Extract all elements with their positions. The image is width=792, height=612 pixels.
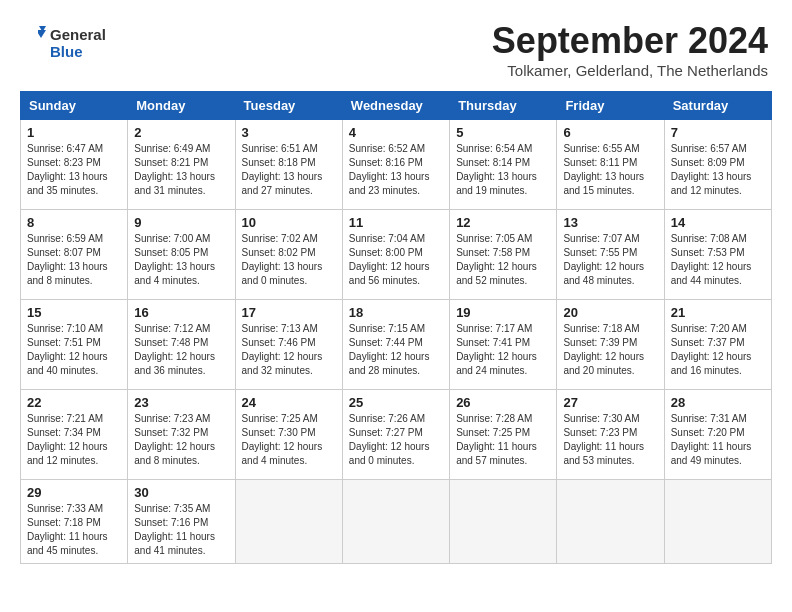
day-number: 7 [671,125,765,140]
table-row: 23Sunrise: 7:23 AMSunset: 7:32 PMDayligh… [128,390,235,480]
day-info: Sunrise: 7:35 AMSunset: 7:16 PMDaylight:… [134,502,228,558]
table-row: 22Sunrise: 7:21 AMSunset: 7:34 PMDayligh… [21,390,128,480]
day-info: Sunrise: 7:12 AMSunset: 7:48 PMDaylight:… [134,322,228,378]
day-info: Sunrise: 7:18 AMSunset: 7:39 PMDaylight:… [563,322,657,378]
day-number: 30 [134,485,228,500]
day-info: Sunrise: 7:31 AMSunset: 7:20 PMDaylight:… [671,412,765,468]
day-number: 9 [134,215,228,230]
day-info: Sunrise: 7:07 AMSunset: 7:55 PMDaylight:… [563,232,657,288]
day-number: 8 [27,215,121,230]
calendar-week-row: 1Sunrise: 6:47 AMSunset: 8:23 PMDaylight… [21,120,772,210]
day-number: 21 [671,305,765,320]
day-info: Sunrise: 6:49 AMSunset: 8:21 PMDaylight:… [134,142,228,198]
day-number: 2 [134,125,228,140]
table-row: 14Sunrise: 7:08 AMSunset: 7:53 PMDayligh… [664,210,771,300]
day-number: 22 [27,395,121,410]
calendar-week-row: 22Sunrise: 7:21 AMSunset: 7:34 PMDayligh… [21,390,772,480]
day-info: Sunrise: 7:02 AMSunset: 8:02 PMDaylight:… [242,232,336,288]
day-info: Sunrise: 6:55 AMSunset: 8:11 PMDaylight:… [563,142,657,198]
table-row: 5Sunrise: 6:54 AMSunset: 8:14 PMDaylight… [450,120,557,210]
table-row: 16Sunrise: 7:12 AMSunset: 7:48 PMDayligh… [128,300,235,390]
day-number: 16 [134,305,228,320]
table-row: 8Sunrise: 6:59 AMSunset: 8:07 PMDaylight… [21,210,128,300]
day-info: Sunrise: 7:13 AMSunset: 7:46 PMDaylight:… [242,322,336,378]
day-info: Sunrise: 7:08 AMSunset: 7:53 PMDaylight:… [671,232,765,288]
day-number: 20 [563,305,657,320]
day-info: Sunrise: 7:25 AMSunset: 7:30 PMDaylight:… [242,412,336,468]
table-row: 24Sunrise: 7:25 AMSunset: 7:30 PMDayligh… [235,390,342,480]
day-number: 18 [349,305,443,320]
day-number: 25 [349,395,443,410]
day-number: 27 [563,395,657,410]
table-row: 6Sunrise: 6:55 AMSunset: 8:11 PMDaylight… [557,120,664,210]
table-row: 27Sunrise: 7:30 AMSunset: 7:23 PMDayligh… [557,390,664,480]
table-row: 11Sunrise: 7:04 AMSunset: 8:00 PMDayligh… [342,210,449,300]
header-sunday: Sunday [21,92,128,120]
table-row: 25Sunrise: 7:26 AMSunset: 7:27 PMDayligh… [342,390,449,480]
logo: General Blue [24,20,106,62]
table-row: 21Sunrise: 7:20 AMSunset: 7:37 PMDayligh… [664,300,771,390]
day-number: 6 [563,125,657,140]
logo-bird-svg [24,24,46,62]
day-number: 14 [671,215,765,230]
day-info: Sunrise: 7:05 AMSunset: 7:58 PMDaylight:… [456,232,550,288]
day-number: 15 [27,305,121,320]
calendar-week-row: 15Sunrise: 7:10 AMSunset: 7:51 PMDayligh… [21,300,772,390]
day-info: Sunrise: 7:30 AMSunset: 7:23 PMDaylight:… [563,412,657,468]
table-row: 17Sunrise: 7:13 AMSunset: 7:46 PMDayligh… [235,300,342,390]
day-info: Sunrise: 7:00 AMSunset: 8:05 PMDaylight:… [134,232,228,288]
day-info: Sunrise: 6:51 AMSunset: 8:18 PMDaylight:… [242,142,336,198]
table-row: 20Sunrise: 7:18 AMSunset: 7:39 PMDayligh… [557,300,664,390]
page-header: General Blue September 2024 Tolkamer, Ge… [20,20,772,79]
table-row [664,480,771,564]
day-number: 29 [27,485,121,500]
day-number: 10 [242,215,336,230]
day-info: Sunrise: 6:54 AMSunset: 8:14 PMDaylight:… [456,142,550,198]
table-row: 10Sunrise: 7:02 AMSunset: 8:02 PMDayligh… [235,210,342,300]
svg-rect-2 [24,24,38,62]
header-friday: Friday [557,92,664,120]
table-row [557,480,664,564]
calendar-week-row: 29Sunrise: 7:33 AMSunset: 7:18 PMDayligh… [21,480,772,564]
day-info: Sunrise: 6:47 AMSunset: 8:23 PMDaylight:… [27,142,121,198]
day-number: 5 [456,125,550,140]
table-row [450,480,557,564]
table-row: 18Sunrise: 7:15 AMSunset: 7:44 PMDayligh… [342,300,449,390]
day-info: Sunrise: 6:52 AMSunset: 8:16 PMDaylight:… [349,142,443,198]
day-number: 4 [349,125,443,140]
table-row: 26Sunrise: 7:28 AMSunset: 7:25 PMDayligh… [450,390,557,480]
day-number: 13 [563,215,657,230]
logo-container: General Blue [24,24,106,62]
table-row: 29Sunrise: 7:33 AMSunset: 7:18 PMDayligh… [21,480,128,564]
day-number: 3 [242,125,336,140]
day-info: Sunrise: 7:21 AMSunset: 7:34 PMDaylight:… [27,412,121,468]
day-number: 11 [349,215,443,230]
day-info: Sunrise: 7:26 AMSunset: 7:27 PMDaylight:… [349,412,443,468]
table-row [235,480,342,564]
table-row [342,480,449,564]
table-row: 12Sunrise: 7:05 AMSunset: 7:58 PMDayligh… [450,210,557,300]
table-row: 4Sunrise: 6:52 AMSunset: 8:16 PMDaylight… [342,120,449,210]
header-saturday: Saturday [664,92,771,120]
table-row: 15Sunrise: 7:10 AMSunset: 7:51 PMDayligh… [21,300,128,390]
calendar-week-row: 8Sunrise: 6:59 AMSunset: 8:07 PMDaylight… [21,210,772,300]
table-row: 7Sunrise: 6:57 AMSunset: 8:09 PMDaylight… [664,120,771,210]
day-info: Sunrise: 7:28 AMSunset: 7:25 PMDaylight:… [456,412,550,468]
day-number: 26 [456,395,550,410]
day-info: Sunrise: 7:17 AMSunset: 7:41 PMDaylight:… [456,322,550,378]
title-section: September 2024 Tolkamer, Gelderland, The… [492,20,768,79]
day-number: 23 [134,395,228,410]
day-number: 1 [27,125,121,140]
table-row: 3Sunrise: 6:51 AMSunset: 8:18 PMDaylight… [235,120,342,210]
day-number: 28 [671,395,765,410]
header-wednesday: Wednesday [342,92,449,120]
table-row: 2Sunrise: 6:49 AMSunset: 8:21 PMDaylight… [128,120,235,210]
day-info: Sunrise: 7:10 AMSunset: 7:51 PMDaylight:… [27,322,121,378]
logo-general-text: General [50,26,106,43]
day-info: Sunrise: 7:04 AMSunset: 8:00 PMDaylight:… [349,232,443,288]
table-row: 13Sunrise: 7:07 AMSunset: 7:55 PMDayligh… [557,210,664,300]
day-number: 12 [456,215,550,230]
day-number: 17 [242,305,336,320]
day-info: Sunrise: 7:33 AMSunset: 7:18 PMDaylight:… [27,502,121,558]
day-number: 19 [456,305,550,320]
